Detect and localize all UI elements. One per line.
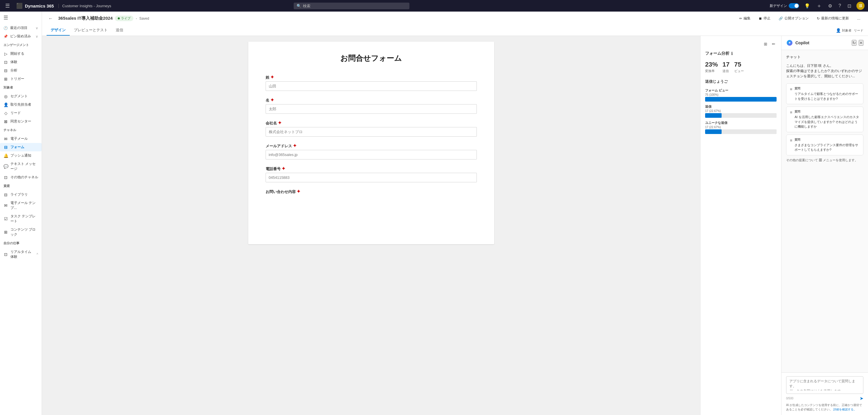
suggestion-3-icon: ≡	[790, 138, 792, 143]
contact-icon: 👤	[3, 102, 8, 107]
engagement-section: エンゲージメント	[0, 40, 42, 50]
sidebar-item-consent[interactable]: ⊠ 同意センター	[0, 117, 42, 126]
bar-sub-views: 75 (100%)	[705, 93, 777, 96]
topnav-right-actions: 新デザイン 💡 ＋ ⚙ ? ⊡ 涼	[770, 1, 865, 10]
bar-sub-unique-send: 17 (22.67%)	[705, 126, 777, 129]
bar-chart: フォーム ビュー 75 (100%) 送信 17 (22.67%)	[705, 88, 777, 134]
recent-chevron: ∨	[36, 26, 38, 30]
page-title: 365sales IT導入補助金2024	[58, 16, 113, 21]
back-button[interactable]: ←	[46, 15, 55, 22]
avatar[interactable]: 涼	[857, 2, 865, 10]
my-work-section: 自分の仕事	[0, 239, 42, 248]
copilot-refresh-button[interactable]: ↻	[852, 40, 857, 46]
recent-label: 最近の項目	[10, 26, 28, 30]
inquiry-required: ✦	[297, 189, 300, 194]
app-name: Customer Insights - Journeys	[58, 4, 111, 8]
new-design-label: 新デザイン	[770, 3, 787, 8]
page-header: ← 365sales IT導入補助金2024 ライブ - Saved ✏ 編集	[42, 11, 868, 36]
search-input[interactable]	[303, 4, 406, 8]
suggestion-1[interactable]: ≡ 質問 リアルタイムで顧客とつながるためのサポートを受けることはできますか?	[786, 83, 863, 104]
stop-button[interactable]: ⏹ 停止	[756, 14, 773, 22]
hamburger-button[interactable]: ☰	[3, 2, 11, 9]
copilot-close-button[interactable]: ✕	[859, 40, 863, 46]
sidebar-toggle[interactable]: ☰	[0, 11, 42, 24]
suggestion-2-text: AI を活用した顧客エクスペリエンスのカスタマイズを提供していますか? それはど…	[795, 115, 860, 129]
suggestion-2[interactable]: ≡ 質問 AI を活用した顧客エクスペリエンスのカスタマイズを提供していますか?…	[786, 107, 863, 132]
edit-button[interactable]: ✏ 編集	[736, 14, 753, 22]
sidebar-item-library[interactable]: ⊟ ライブラリ	[0, 190, 42, 199]
plus-button[interactable]: ＋	[815, 1, 823, 10]
sidebar-item-analytics[interactable]: ⊟ 分析	[0, 66, 42, 75]
lightbulb-button[interactable]: 💡	[803, 2, 811, 10]
copilot-disclaimer: AI が生成したコンテンツを使用する前に、正確かつ適切であることを必ず確認してく…	[786, 403, 863, 412]
sidebar-item-form[interactable]: ⊟ フォーム	[0, 143, 42, 151]
asset-section: 資産	[0, 181, 42, 190]
trigger-icon: ⊞	[3, 77, 8, 81]
company-label: 会社名 ✦	[266, 121, 477, 126]
email-label: メールアドレス ✦	[266, 144, 477, 149]
sidebar-item-other-channel[interactable]: ⊡ その他のチャネル	[0, 173, 42, 181]
sidebar-item-task-template[interactable]: ☑ タスク テンプレート	[0, 212, 42, 226]
sidebar-item-realtime[interactable]: ⊡ リアルタイム体験 ^	[0, 248, 42, 261]
company-input[interactable]	[266, 127, 477, 137]
sidebar-pinned-group[interactable]: 📌 ピン留め済み ∨	[0, 32, 42, 40]
analytics-expand-button[interactable]: ⊞	[763, 40, 769, 48]
disclaimer-link[interactable]: 詳細を確認する。	[833, 408, 857, 411]
stop-label: 停止	[764, 16, 771, 21]
email-input[interactable]	[266, 150, 477, 159]
sidebar-recent-group[interactable]: 🕐 最近の項目 ∨	[0, 24, 42, 32]
sidebar-item-email-template[interactable]: ✉ 電子メール テンプ...	[0, 199, 42, 212]
sidebar-item-push[interactable]: 🔔 プッシュ通知	[0, 151, 42, 160]
more-button[interactable]: …	[854, 15, 863, 22]
form-field-company: 会社名 ✦	[266, 121, 477, 137]
phone-input[interactable]	[266, 173, 477, 182]
form-icon: ⊟	[3, 145, 8, 150]
last-name-input[interactable]	[266, 81, 477, 91]
publish-label: 公開オプション	[784, 16, 809, 21]
suggestion-3[interactable]: ≡ 質問 さまざまなコンプライアンス要件の管理をサポートしてもらえますか?	[786, 135, 863, 155]
inquiry-label: お問い合わせ内容 ✦	[266, 189, 477, 195]
sidebar-item-trigger[interactable]: ⊞ トリガー	[0, 75, 42, 83]
share-button[interactable]: ⊡	[846, 2, 852, 10]
form-canvas: お問合せフォーム 姓 ✦ 名 ✦	[248, 42, 494, 244]
phone-label: 電話番号 ✦	[266, 167, 477, 172]
push-icon: 🔔	[3, 153, 8, 158]
publish-button[interactable]: 🔗 公開オプション	[776, 14, 812, 22]
channel-section: チャネル	[0, 126, 42, 135]
analytics-edit-button[interactable]: ✏	[771, 40, 777, 48]
engagement-title: エンゲージメント	[3, 43, 38, 47]
bar-fill-unique-send	[705, 129, 722, 134]
sidebar-item-contact[interactable]: 👤 取引先担当者	[0, 100, 42, 109]
copilot-send-button[interactable]: ➤	[860, 395, 863, 401]
chart-title: 送信じょうご	[705, 79, 777, 84]
asset-title: 資産	[3, 184, 38, 188]
sidebar-item-lead[interactable]: ◇ リード	[0, 109, 42, 117]
content-block-icon: ⊞	[3, 230, 8, 234]
new-design-switch[interactable]	[789, 3, 799, 8]
library-icon: ⊟	[3, 192, 8, 197]
email-template-icon: ✉	[3, 203, 8, 208]
sidebar-item-start[interactable]: ▷ 開始する	[0, 50, 42, 58]
sidebar-item-experience[interactable]: ⊡ 体験	[0, 58, 42, 66]
first-name-input[interactable]	[266, 104, 477, 114]
sidebar-item-email[interactable]: ✉ 電子メール	[0, 135, 42, 143]
tab-send[interactable]: 送信	[112, 25, 127, 36]
sidebar-item-content-block[interactable]: ⊞ コンテンツ ブロック	[0, 226, 42, 239]
tab-design[interactable]: デザイン	[46, 25, 70, 36]
new-design-toggle[interactable]: 新デザイン	[770, 3, 799, 8]
settings-button[interactable]: ⚙	[827, 2, 833, 10]
sidebar-item-sms[interactable]: 💬 テキスト メッセージ	[0, 160, 42, 173]
copilot-textarea[interactable]	[789, 379, 860, 390]
bar-row-unique-send: ユニークな送信 17 (22.67%)	[705, 121, 777, 134]
realtime-icon: ⊡	[3, 252, 8, 257]
copilot-sparkle-icon: ✦	[786, 39, 793, 46]
char-count: 0/500	[786, 397, 793, 400]
pinned-chevron: ∨	[36, 34, 38, 38]
sidebar-item-segment[interactable]: ◎ セグメント	[0, 92, 42, 100]
help-button[interactable]: ?	[837, 2, 842, 9]
tab-preview[interactable]: プレビューとテスト	[70, 25, 112, 36]
content-block-label: コンテンツ ブロック	[10, 227, 38, 237]
copilot-footer: 0/500 ➤ AI が生成したコンテンツを使用する前に、正確かつ適切であること…	[781, 373, 868, 415]
bar-track-send	[705, 113, 777, 118]
refresh-button[interactable]: ↻ 最新の情報に更新	[814, 14, 852, 22]
